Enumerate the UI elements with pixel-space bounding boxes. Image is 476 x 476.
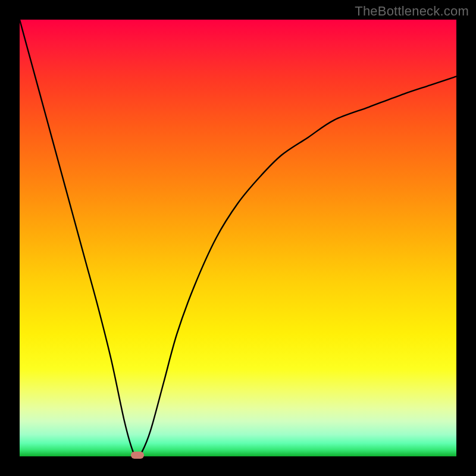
minimum-marker: [131, 452, 144, 459]
chart-plot-area: [20, 20, 456, 456]
chart-frame: TheBottleneck.com: [0, 0, 476, 476]
watermark-text: TheBottleneck.com: [355, 4, 469, 19]
bottleneck-curve: [20, 20, 456, 456]
